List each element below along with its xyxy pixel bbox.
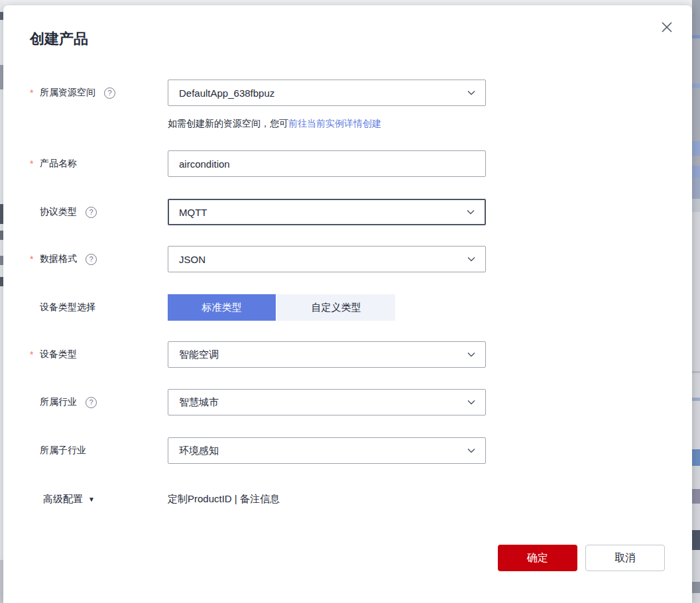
product-name-field bbox=[168, 150, 486, 177]
required-marker: * bbox=[30, 349, 40, 360]
help-glyph: ? bbox=[89, 255, 93, 263]
resource-space-hint: 如需创建新的资源空间，您可前往当前实例详情创建 bbox=[168, 118, 486, 130]
protocol-select[interactable]: MQTT bbox=[168, 199, 486, 225]
custom-type-button[interactable]: 自定义类型 bbox=[277, 294, 395, 321]
advanced-config-toggle[interactable]: 高级配置 ▼ bbox=[30, 491, 166, 507]
chevron-down-icon bbox=[467, 254, 476, 264]
caret-down-icon: ▼ bbox=[88, 496, 95, 503]
data-format-value: JSON bbox=[179, 254, 467, 265]
help-glyph: ? bbox=[107, 89, 111, 97]
hint-text: 如需创建新的资源空间，您可 bbox=[168, 118, 288, 129]
resource-space-field: DefaultApp_638fbpuz bbox=[168, 80, 486, 106]
device-type-select[interactable]: 智能空调 bbox=[168, 341, 486, 368]
resource-space-value: DefaultApp_638fbpuz bbox=[179, 87, 467, 99]
confirm-button[interactable]: 确定 bbox=[498, 545, 577, 571]
help-icon[interactable]: ? bbox=[86, 397, 97, 408]
required-marker: * bbox=[30, 158, 40, 169]
create-instance-link[interactable]: 前往当前实例详情创建 bbox=[288, 118, 381, 129]
cancel-button[interactable]: 取消 bbox=[585, 545, 665, 571]
chevron-down-icon bbox=[467, 398, 476, 407]
data-format-select[interactable]: JSON bbox=[168, 246, 486, 272]
device-type-mode-label-text: 设备类型选择 bbox=[40, 302, 95, 313]
help-glyph: ? bbox=[89, 208, 93, 216]
sub-industry-label: * 所属子行业 bbox=[30, 437, 166, 464]
required-marker-spacer: * bbox=[30, 302, 40, 313]
advanced-config-summary: 定制ProductID | 备注信息 bbox=[168, 491, 280, 507]
device-type-label: * 设备类型 bbox=[30, 341, 166, 368]
close-button[interactable] bbox=[657, 17, 677, 37]
product-name-input[interactable] bbox=[168, 150, 486, 177]
close-icon bbox=[660, 20, 674, 34]
industry-select[interactable]: 智慧城市 bbox=[168, 389, 486, 415]
protocol-field: MQTT bbox=[168, 199, 486, 225]
sub-industry-select[interactable]: 环境感知 bbox=[168, 437, 486, 464]
standard-type-button[interactable]: 标准类型 bbox=[168, 294, 276, 321]
device-type-field: 智能空调 bbox=[168, 341, 486, 368]
dialog-title: 创建产品 bbox=[30, 29, 88, 49]
required-marker-spacer: * bbox=[30, 207, 40, 217]
protocol-value: MQTT bbox=[179, 207, 466, 218]
device-type-mode-label: * 设备类型选择 bbox=[30, 294, 166, 321]
device-type-mode-toggle: 标准类型 自定义类型 bbox=[168, 294, 486, 321]
protocol-label: * 协议类型 ? bbox=[30, 199, 166, 225]
resource-space-select[interactable]: DefaultApp_638fbpuz bbox=[168, 80, 486, 106]
product-name-label: * 产品名称 bbox=[30, 150, 166, 177]
required-marker: * bbox=[30, 87, 40, 98]
industry-value: 智慧城市 bbox=[179, 396, 467, 409]
product-name-label-text: 产品名称 bbox=[40, 158, 77, 170]
chevron-down-icon bbox=[466, 207, 475, 217]
required-marker: * bbox=[30, 254, 40, 264]
required-marker-spacer: * bbox=[30, 397, 40, 408]
advanced-config-label-text: 高级配置 bbox=[30, 493, 83, 506]
chevron-down-icon bbox=[467, 88, 476, 97]
device-type-value: 智能空调 bbox=[179, 349, 467, 361]
sub-industry-field: 环境感知 bbox=[168, 437, 486, 464]
create-product-dialog: 创建产品 * 所属资源空间 ? DefaultApp_638fbpuz 如需创建… bbox=[3, 5, 692, 603]
protocol-label-text: 协议类型 bbox=[40, 206, 77, 218]
device-type-label-text: 设备类型 bbox=[40, 349, 77, 360]
industry-label-text: 所属行业 bbox=[40, 396, 77, 408]
resource-space-label: * 所属资源空间 ? bbox=[30, 80, 166, 106]
data-format-field: JSON bbox=[168, 246, 486, 272]
required-marker-spacer: * bbox=[30, 445, 40, 456]
help-icon[interactable]: ? bbox=[86, 254, 97, 265]
background-page-right-fragment bbox=[692, 0, 700, 603]
help-icon[interactable]: ? bbox=[104, 87, 115, 99]
resource-space-label-text: 所属资源空间 bbox=[40, 87, 95, 99]
help-icon[interactable]: ? bbox=[86, 207, 97, 218]
industry-field: 智慧城市 bbox=[168, 389, 486, 415]
industry-label: * 所属行业 ? bbox=[30, 389, 166, 415]
sub-industry-label-text: 所属子行业 bbox=[40, 445, 86, 457]
sub-industry-value: 环境感知 bbox=[179, 445, 467, 457]
help-glyph: ? bbox=[89, 398, 93, 406]
chevron-down-icon bbox=[467, 350, 476, 359]
data-format-label: * 数据格式 ? bbox=[30, 246, 166, 272]
chevron-down-icon bbox=[467, 446, 476, 455]
data-format-label-text: 数据格式 bbox=[40, 253, 77, 265]
